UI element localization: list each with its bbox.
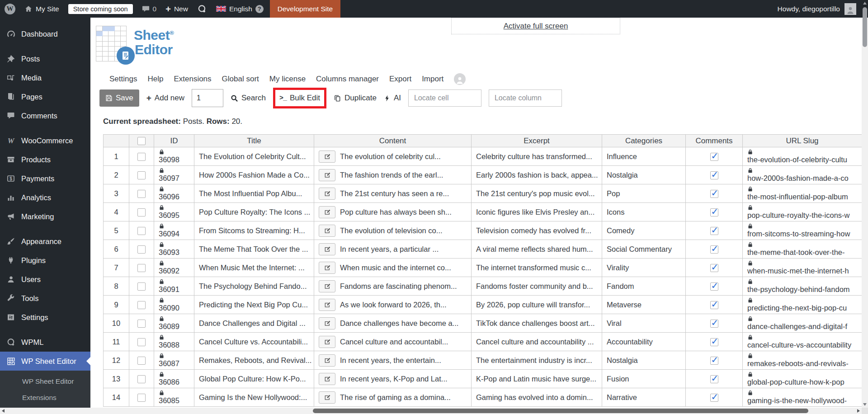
excerpt-cell[interactable]: Television comedy has evolved fr... bbox=[472, 221, 602, 240]
categories-cell[interactable]: Metaverse bbox=[602, 296, 686, 314]
scroll-right-arrow[interactable] bbox=[857, 409, 860, 413]
comments-enabled-checkbox[interactable]: ✓ bbox=[710, 282, 718, 291]
new-content-menu[interactable]: + New bbox=[161, 0, 193, 18]
comments-enabled-checkbox[interactable]: ✓ bbox=[710, 153, 718, 161]
title-cell[interactable]: The Meme That Took Over the ... bbox=[194, 240, 314, 259]
categories-cell[interactable]: Fusion bbox=[602, 370, 686, 388]
bulk-edit-button[interactable]: >_ Bulk Edit bbox=[279, 94, 320, 103]
excerpt-cell[interactable]: Early 2000s fashion is back, appea... bbox=[472, 166, 602, 184]
row-select-checkbox[interactable] bbox=[137, 190, 146, 198]
menu-avatar-icon[interactable] bbox=[454, 73, 466, 85]
edit-content-button[interactable] bbox=[319, 354, 335, 367]
url-slug-cell[interactable]: how-2000s-fashion-made-a-co bbox=[743, 166, 862, 184]
row-number[interactable]: 10 bbox=[104, 314, 129, 333]
sidebar-item-appearance[interactable]: Appearance bbox=[0, 232, 90, 251]
search-button[interactable]: Search bbox=[231, 94, 266, 103]
title-cell[interactable]: Pop Culture Royalty: The Icons ... bbox=[194, 203, 314, 221]
sidebar-item-settings[interactable]: Settings bbox=[0, 308, 90, 327]
categories-cell[interactable]: Nostalgia bbox=[602, 351, 686, 370]
categories-cell[interactable]: Icons bbox=[602, 203, 686, 221]
menu-item-help[interactable]: Help bbox=[147, 75, 163, 84]
content-cell[interactable]: When music and the internet co... bbox=[314, 259, 472, 277]
categories-cell[interactable]: Virality bbox=[602, 259, 686, 277]
comments-enabled-checkbox[interactable]: ✓ bbox=[710, 264, 718, 272]
comments-indicator[interactable]: 0 bbox=[137, 0, 161, 18]
ai-button[interactable]: AI bbox=[384, 94, 401, 103]
excerpt-cell[interactable]: K-Pop and Latin music have surge... bbox=[472, 370, 602, 388]
url-slug-cell[interactable]: predicting-the-next-big-pop-cu bbox=[743, 296, 862, 314]
id-cell[interactable]: 36088 bbox=[154, 333, 194, 351]
sidebar-item-comments[interactable]: Comments bbox=[0, 106, 90, 125]
edit-content-button[interactable] bbox=[319, 151, 335, 163]
id-cell[interactable]: 36095 bbox=[154, 203, 194, 221]
content-cell[interactable]: The evolution of celebrity cul... bbox=[314, 147, 472, 166]
column-header-title[interactable]: Title bbox=[194, 135, 314, 147]
vertical-scrollbar[interactable] bbox=[862, 0, 868, 408]
id-cell[interactable]: 36091 bbox=[154, 277, 194, 296]
comments-enabled-checkbox[interactable]: ✓ bbox=[710, 208, 718, 216]
activate-fullscreen-link[interactable]: Activate full screen bbox=[504, 22, 568, 31]
content-cell[interactable]: Dance challenges have become a... bbox=[314, 314, 472, 333]
row-select-checkbox[interactable] bbox=[137, 153, 146, 161]
row-select-checkbox[interactable] bbox=[137, 282, 146, 291]
scroll-left-arrow[interactable] bbox=[2, 409, 5, 413]
excerpt-cell[interactable]: Fandoms foster community and b... bbox=[472, 277, 602, 296]
row-select-checkbox[interactable] bbox=[137, 208, 146, 216]
menu-item-extensions[interactable]: Extensions bbox=[174, 75, 211, 84]
edit-content-button[interactable] bbox=[319, 391, 335, 404]
sidebar-item-wpml[interactable]: WPML bbox=[0, 333, 90, 352]
menu-item-import[interactable]: Import bbox=[422, 75, 443, 84]
content-cell[interactable]: The fashion trends of the earl... bbox=[314, 166, 472, 184]
excerpt-cell[interactable]: The 21st century's pop music evol... bbox=[472, 184, 602, 203]
url-slug-cell[interactable]: cancel-culture-vs-accountability bbox=[743, 333, 862, 351]
scroll-down-arrow[interactable] bbox=[863, 403, 867, 406]
locate-column-input[interactable] bbox=[489, 89, 562, 107]
row-number[interactable]: 2 bbox=[104, 166, 129, 184]
excerpt-cell[interactable]: The entertainment industry is incr... bbox=[472, 351, 602, 370]
title-cell[interactable]: The Evolution of Celebrity Cult... bbox=[194, 147, 314, 166]
title-cell[interactable]: Gaming Is the New Hollywood:... bbox=[194, 388, 314, 407]
column-header-comments[interactable]: Comments bbox=[686, 135, 743, 147]
column-header-url-slug[interactable]: URL Slug bbox=[743, 135, 862, 147]
id-cell[interactable]: 36094 bbox=[154, 221, 194, 240]
row-select-checkbox[interactable] bbox=[137, 320, 146, 328]
title-cell[interactable]: Predicting the Next Big Pop Cu... bbox=[194, 296, 314, 314]
row-number[interactable]: 7 bbox=[104, 259, 129, 277]
id-cell[interactable]: 36089 bbox=[154, 314, 194, 333]
title-cell[interactable]: How 2000s Fashion Made a Co... bbox=[194, 166, 314, 184]
url-slug-cell[interactable]: remakes-reboots-and-revivals- bbox=[743, 351, 862, 370]
categories-cell[interactable]: Viral bbox=[602, 314, 686, 333]
excerpt-cell[interactable]: Iconic figures like Elvis Presley an... bbox=[472, 203, 602, 221]
howdy-greeting[interactable]: Howdy, diegoportillo bbox=[778, 5, 840, 13]
excerpt-cell[interactable]: Gaming has evolved into a domin... bbox=[472, 388, 602, 407]
save-button[interactable]: Save bbox=[99, 89, 139, 107]
sidebar-item-tools[interactable]: Tools bbox=[0, 289, 90, 308]
user-avatar[interactable] bbox=[844, 3, 856, 15]
content-cell[interactable]: As we look forward to 2026, th... bbox=[314, 296, 472, 314]
vertical-scroll-thumb[interactable] bbox=[863, 7, 867, 47]
categories-cell[interactable]: Comedy bbox=[602, 221, 686, 240]
content-cell[interactable]: The rise of gaming as a domina... bbox=[314, 388, 472, 407]
edit-content-button[interactable] bbox=[319, 317, 335, 329]
categories-cell[interactable]: Narrative bbox=[602, 388, 686, 407]
sidebar-item-plugins[interactable]: Plugins bbox=[0, 251, 90, 270]
row-number[interactable]: 11 bbox=[104, 333, 129, 351]
url-slug-cell[interactable]: the-evolution-of-celebrity-cultu bbox=[743, 147, 862, 166]
row-select-checkbox[interactable] bbox=[137, 375, 146, 383]
url-slug-cell[interactable]: the-psychology-behind-fandom bbox=[743, 277, 862, 296]
locate-cell-input[interactable] bbox=[408, 89, 481, 107]
id-cell[interactable]: 36096 bbox=[154, 184, 194, 203]
content-cell[interactable]: In recent years, K-Pop and Lat... bbox=[314, 370, 472, 388]
categories-cell[interactable]: Fandom bbox=[602, 277, 686, 296]
url-slug-cell[interactable]: from-sitcoms-to-streaming-how bbox=[743, 221, 862, 240]
url-slug-cell[interactable]: the-most-influential-pop-album bbox=[743, 184, 862, 203]
submenu-item-extensions[interactable]: Extensions bbox=[0, 390, 90, 406]
row-number[interactable]: 1 bbox=[104, 147, 129, 166]
edit-content-button[interactable] bbox=[319, 373, 335, 385]
comments-enabled-checkbox[interactable]: ✓ bbox=[710, 338, 718, 346]
categories-cell[interactable]: Influence bbox=[602, 147, 686, 166]
wpml-adminbar-icon[interactable] bbox=[193, 0, 212, 18]
id-cell[interactable]: 36093 bbox=[154, 240, 194, 259]
row-number[interactable]: 14 bbox=[104, 388, 129, 407]
edit-content-button[interactable] bbox=[319, 336, 335, 348]
